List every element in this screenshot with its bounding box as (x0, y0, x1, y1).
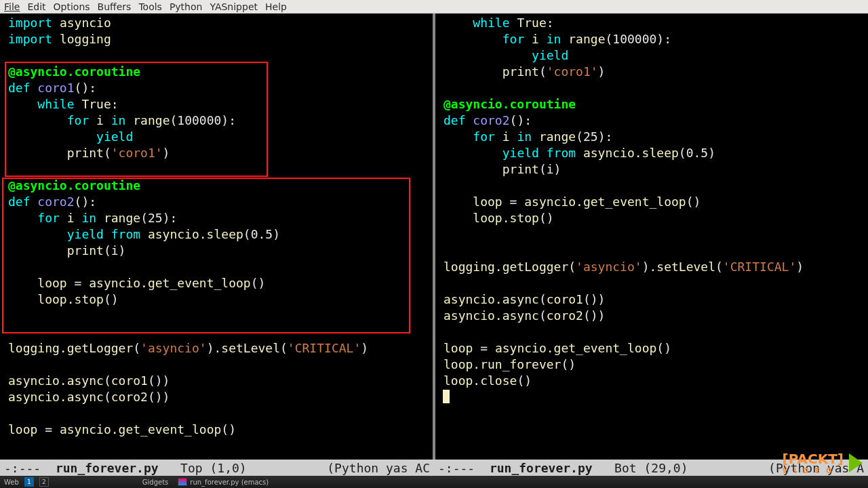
modeline-right-modes: (Python yas A (768, 461, 864, 475)
code-right[interactable]: while True: for i in range(100000): yiel… (435, 14, 868, 413)
workspace-2[interactable]: 2 (39, 477, 49, 487)
gidgets-label: Gidgets (142, 479, 169, 486)
menu-python[interactable]: Python (170, 1, 203, 12)
editor-left[interactable]: import asyncio import logging @asyncio.c… (0, 14, 435, 460)
taskbar-task-label: run_forever.py (emacs) (190, 479, 269, 486)
menu-yasnippet[interactable]: YASnippet (210, 1, 258, 12)
emacs-icon (178, 478, 187, 486)
menu-tools[interactable]: Tools (138, 1, 162, 12)
code-left[interactable]: import asyncio import logging @asyncio.c… (0, 14, 433, 446)
workspace-1[interactable]: 1 (24, 477, 34, 487)
menu-help[interactable]: Help (265, 1, 287, 12)
taskbar-task-emacs[interactable]: run_forever.py (emacs) (174, 478, 273, 486)
modeline-left-flags: -:--- (4, 461, 41, 475)
modeline-row: -:--- run_forever.py Top (1,0) (Python y… (0, 460, 868, 476)
modeline-right: -:--- run_forever.py Bot (29,0) (Python … (434, 460, 868, 476)
modeline-right-filename: run_forever.py (490, 461, 593, 475)
menu-buffers[interactable]: Buffers (98, 1, 132, 12)
editor-right[interactable]: while True: for i in range(100000): yiel… (435, 14, 868, 460)
taskbar-label: Web (4, 479, 19, 486)
modeline-left: -:--- run_forever.py Top (1,0) (Python y… (0, 460, 434, 476)
modeline-right-position: Bot (29,0) (614, 461, 688, 475)
modeline-left-filename: run_forever.py (56, 461, 159, 475)
menu-options[interactable]: Options (54, 1, 90, 12)
modeline-left-modes: (Python yas AC (327, 461, 430, 475)
modeline-left-position: Top (1,0) (180, 461, 247, 475)
menu-file[interactable]: File (4, 1, 20, 12)
taskbar[interactable]: Web 1 2 Gidgets run_forever.py (emacs) (0, 476, 868, 488)
editor-panes: import asyncio import logging @asyncio.c… (0, 14, 868, 460)
menubar[interactable]: File Edit Options Buffers Tools Python Y… (0, 0, 868, 14)
modeline-right-flags: -:--- (438, 461, 475, 475)
menu-edit[interactable]: Edit (27, 1, 45, 12)
